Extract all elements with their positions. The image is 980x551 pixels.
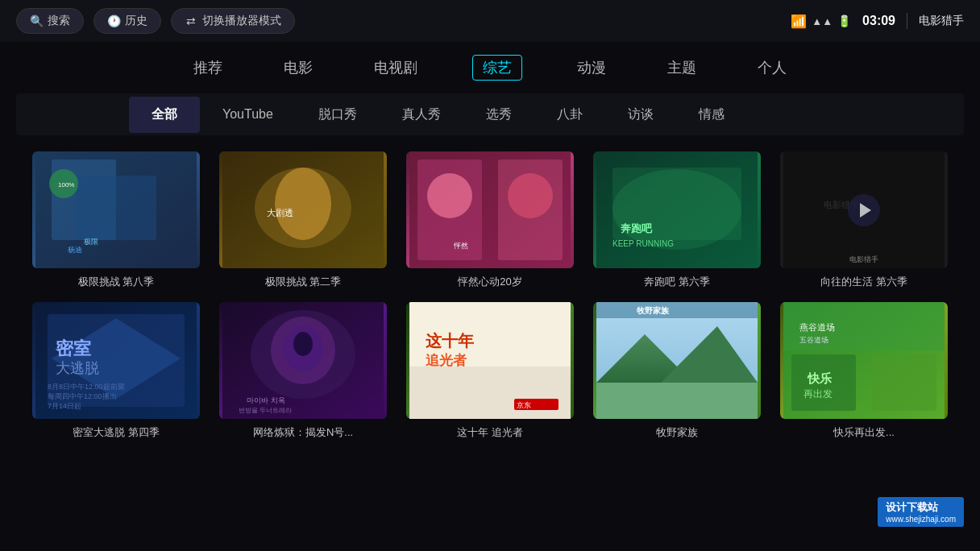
card-mishi[interactable]: 密室 大逃脱 8月8日中午12:00超前聚 每周四中午12:00播出 7月14日… bbox=[32, 302, 200, 440]
svg-text:100%: 100% bbox=[58, 181, 74, 188]
content-area: 杨迪 极限 100% 极限挑战 第八季 大剧透 bbox=[0, 135, 980, 448]
svg-text:京东: 京东 bbox=[517, 401, 531, 409]
svg-text:마이바 치옥: 마이바 치옥 bbox=[247, 396, 285, 404]
watermark-url: www.shejizhaji.com bbox=[886, 515, 956, 524]
card-benpao[interactable]: 奔跑吧 KEEP RUNNING 奔跑吧 第六季 bbox=[593, 151, 761, 289]
nav-variety[interactable]: 综艺 bbox=[472, 55, 522, 81]
svg-text:7月14日起: 7月14日起 bbox=[48, 402, 81, 410]
thumb-7: 마이바 치옥 번방을 두너트레라 bbox=[219, 302, 387, 419]
svg-point-15 bbox=[508, 173, 553, 218]
svg-text:KEEP RUNNING: KEEP RUNNING bbox=[612, 239, 674, 248]
divider bbox=[907, 13, 907, 29]
card-img-10: 燕谷道场 五谷道场 快乐 再出发 bbox=[780, 302, 948, 419]
sub-gossip[interactable]: 八卦 bbox=[534, 97, 605, 133]
svg-rect-40 bbox=[409, 367, 571, 419]
sub-emotion[interactable]: 情感 bbox=[676, 97, 747, 133]
card-jixt-2[interactable]: 大剧透 极限挑战 第二季 bbox=[219, 151, 387, 289]
svg-point-14 bbox=[427, 173, 472, 218]
svg-text:怦然: 怦然 bbox=[453, 242, 468, 250]
sub-realityshow[interactable]: 真人秀 bbox=[380, 97, 463, 133]
top-bar: 🔍 搜索 🕐 历史 ⇄ 切换播放器模式 📶 ▲▲ 🔋 03:09 电影猎手 bbox=[0, 0, 980, 42]
watermark-site: 设计下载站 bbox=[886, 500, 956, 515]
player-mode-icon: ⇄ bbox=[185, 14, 197, 27]
card-title-6: 密室大逃脱 第四季 bbox=[32, 425, 200, 440]
card-img-1: 杨迪 极限 100% bbox=[32, 151, 200, 268]
svg-text:再出发: 再出发 bbox=[804, 388, 833, 400]
svg-text:五谷道场: 五谷道场 bbox=[799, 336, 828, 344]
svg-text:奔跑吧: 奔跑吧 bbox=[621, 222, 653, 234]
card-img-9: 牧野家族 bbox=[593, 302, 761, 419]
search-button[interactable]: 🔍 搜索 bbox=[16, 8, 84, 34]
sub-youtube[interactable]: YouTube bbox=[200, 97, 296, 131]
thumb-8: 这十年 追光者 京东 bbox=[406, 302, 574, 419]
svg-text:大逃脱: 大逃脱 bbox=[56, 360, 99, 376]
search-label: 搜索 bbox=[48, 14, 70, 28]
svg-point-9 bbox=[275, 168, 331, 240]
watermark: 设计下载站 www.shejizhaji.com bbox=[878, 497, 964, 527]
nav-tv[interactable]: 电视剧 bbox=[368, 55, 424, 81]
svg-text:密室: 密室 bbox=[55, 338, 91, 358]
card-xiangwang[interactable]: 电影猎手 电影猎手 向往的生活 第六季 bbox=[780, 151, 948, 289]
play-overlay bbox=[848, 194, 880, 226]
svg-text:极限: 极限 bbox=[83, 238, 98, 246]
thumb-10: 燕谷道场 五谷道场 快乐 再出发 bbox=[780, 302, 948, 419]
card-title-8: 这十年 追光者 bbox=[406, 425, 574, 440]
svg-text:杨迪: 杨迪 bbox=[67, 246, 82, 254]
nav-movie[interactable]: 电影 bbox=[277, 55, 319, 81]
wifi-icon: 📶 bbox=[791, 14, 807, 29]
player-mode-label: 切换播放器模式 bbox=[202, 14, 281, 28]
card-title-10: 快乐再出发... bbox=[780, 425, 948, 440]
signal-icon: ▲▲ bbox=[812, 15, 833, 27]
sub-standup[interactable]: 脱口秀 bbox=[296, 97, 380, 133]
svg-text:燕谷道场: 燕谷道场 bbox=[799, 322, 835, 332]
svg-point-36 bbox=[293, 332, 313, 356]
status-icons: 📶 ▲▲ 🔋 bbox=[791, 14, 851, 29]
card-kuaile[interactable]: 燕谷道场 五谷道场 快乐 再出发 快乐再出发... bbox=[780, 302, 948, 440]
svg-text:追光者: 追光者 bbox=[426, 353, 467, 368]
card-img-2: 大剧透 bbox=[219, 151, 387, 268]
history-label: 历史 bbox=[125, 14, 147, 28]
thumb-9: 牧野家族 bbox=[593, 302, 761, 419]
logo-label: 电影猎手 bbox=[780, 255, 948, 265]
card-img-8: 这十年 追光者 京东 bbox=[406, 302, 574, 419]
top-bar-left: 🔍 搜索 🕐 历史 ⇄ 切换播放器模式 bbox=[16, 8, 295, 34]
card-title-1: 极限挑战 第八季 bbox=[32, 275, 200, 289]
thumb-3: 怦然 bbox=[406, 151, 574, 268]
history-button[interactable]: 🕐 历史 bbox=[93, 8, 161, 34]
card-wangluo[interactable]: 마이바 치옥 번방을 두너트레라 网络炼狱：揭发N号... bbox=[219, 302, 387, 440]
card-img-5: 电影猎手 电影猎手 bbox=[780, 151, 948, 268]
card-img-6: 密室 大逃脱 8月8日中午12:00超前聚 每周四中午12:00播出 7月14日… bbox=[32, 302, 200, 419]
card-muye[interactable]: 牧野家族 牧野家族 bbox=[593, 302, 761, 440]
sub-interview[interactable]: 访谈 bbox=[605, 97, 676, 133]
card-img-4: 奔跑吧 KEEP RUNNING bbox=[593, 151, 761, 268]
card-jixt-8[interactable]: 杨迪 极限 100% 极限挑战 第八季 bbox=[32, 151, 200, 289]
svg-text:每周四中午12:00播出: 每周四中午12:00播出 bbox=[48, 392, 117, 400]
card-title-9: 牧野家族 bbox=[593, 425, 761, 440]
card-img-3: 怦然 bbox=[406, 151, 574, 268]
nav-personal[interactable]: 个人 bbox=[751, 55, 793, 81]
svg-text:牧野家族: 牧野家族 bbox=[636, 306, 670, 315]
card-title-3: 怦然心动20岁 bbox=[406, 275, 574, 289]
app-name: 电影猎手 bbox=[919, 14, 964, 28]
player-mode-button[interactable]: ⇄ 切换播放器模式 bbox=[171, 8, 295, 34]
card-zheshinian[interactable]: 这十年 追光者 京东 这十年 追光者 bbox=[406, 302, 574, 440]
svg-text:快乐: 快乐 bbox=[807, 371, 832, 385]
nav-recommend[interactable]: 推荐 bbox=[187, 55, 229, 81]
card-grid-row2: 密室 大逃脱 8月8日中午12:00超前聚 每周四中午12:00播出 7月14日… bbox=[32, 302, 948, 440]
search-icon: 🔍 bbox=[30, 14, 43, 27]
thumb-2: 大剧透 bbox=[219, 151, 387, 268]
thumb-6: 密室 大逃脱 8月8日中午12:00超前聚 每周四中午12:00播出 7月14日… bbox=[32, 302, 200, 419]
card-fangran[interactable]: 怦然 怦然心动20岁 bbox=[406, 151, 574, 289]
main-nav: 推荐 电影 电视剧 综艺 动漫 主题 个人 bbox=[0, 42, 980, 93]
sub-audition[interactable]: 选秀 bbox=[463, 97, 534, 133]
nav-theme[interactable]: 主题 bbox=[661, 55, 703, 81]
svg-rect-49 bbox=[596, 302, 758, 318]
svg-text:8月8日中午12:00超前聚: 8月8日中午12:00超前聚 bbox=[48, 383, 125, 391]
play-triangle-icon bbox=[860, 203, 871, 218]
svg-text:大剧透: 大剧透 bbox=[267, 208, 293, 218]
card-title-5: 向往的生活 第六季 bbox=[780, 275, 948, 289]
top-bar-right: 📶 ▲▲ 🔋 03:09 电影猎手 bbox=[791, 13, 964, 29]
time-display: 03:09 bbox=[862, 14, 895, 28]
sub-all[interactable]: 全部 bbox=[129, 97, 200, 133]
nav-anime[interactable]: 动漫 bbox=[571, 55, 612, 81]
